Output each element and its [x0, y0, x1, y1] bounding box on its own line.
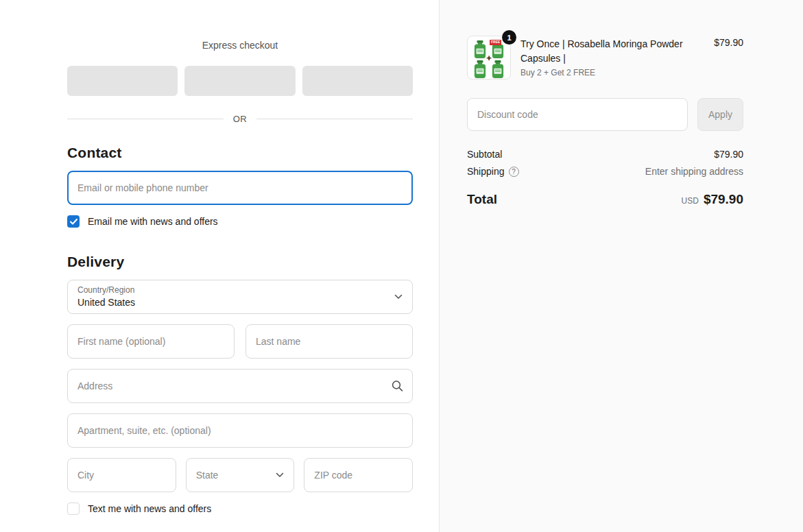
shipping-help-icon[interactable]: ?	[509, 167, 519, 177]
email-newsletter-row: Email me with news and offers	[67, 215, 413, 228]
quantity-badge: 1	[502, 30, 516, 45]
country-region-label: Country/Region	[77, 285, 403, 295]
search-icon	[392, 380, 403, 392]
contact-heading: Contact	[67, 145, 413, 161]
chevron-down-icon	[394, 294, 403, 300]
bottle-image-free: FREE	[490, 40, 506, 59]
product-variant: Buy 2 + Get 2 FREE	[520, 68, 708, 77]
apartment-field-wrap	[67, 413, 413, 448]
cart-line-item: FREE + 1 Try Once | Rosabella	[467, 36, 743, 80]
name-fields-row	[67, 324, 413, 359]
country-region-select[interactable]: Country/Region United States	[67, 280, 413, 314]
sms-newsletter-label[interactable]: Text me with news and offers	[88, 503, 211, 514]
subtotal-value: $79.90	[714, 149, 743, 160]
express-wallet-button-1[interactable]	[67, 66, 178, 96]
plus-icon: +	[486, 53, 492, 63]
express-checkout-buttons	[67, 66, 413, 96]
divider-line	[256, 119, 413, 119]
or-divider: OR	[67, 114, 413, 124]
total-value: $79.90	[704, 192, 743, 207]
delivery-heading: Delivery	[67, 254, 413, 270]
sms-newsletter-checkbox[interactable]	[67, 503, 80, 515]
currency-code: USD	[682, 196, 699, 206]
checkout-page: Express checkout OR Contact Email	[0, 0, 803, 532]
email-newsletter-label[interactable]: Email me with news and offers	[88, 216, 218, 227]
bottle-image	[490, 60, 506, 79]
total-label: Total	[467, 192, 497, 207]
product-price: $79.90	[714, 36, 743, 48]
sms-newsletter-row: Text me with news and offers	[67, 503, 413, 515]
state-select-placeholder: State	[196, 470, 219, 481]
last-name-input[interactable]	[245, 324, 413, 359]
city-state-zip-row: State	[67, 458, 413, 492]
zip-code-input[interactable]	[304, 458, 413, 492]
apartment-input[interactable]	[67, 413, 413, 448]
first-name-input[interactable]	[67, 324, 235, 359]
express-wallet-button-2[interactable]	[184, 66, 295, 96]
subtotal-label: Subtotal	[467, 149, 502, 160]
shipping-value: Enter shipping address	[645, 166, 743, 177]
divider-line	[67, 119, 224, 119]
shipping-row: Shipping ? Enter shipping address	[467, 166, 743, 177]
address-field-wrap	[67, 369, 413, 403]
cost-summary: Subtotal $79.90 Shipping ? Enter shippin…	[467, 149, 743, 207]
product-title: Try Once | Rosabella Moringa Powder Caps…	[520, 37, 685, 66]
subtotal-row: Subtotal $79.90	[467, 149, 743, 160]
address-input[interactable]	[67, 369, 413, 403]
discount-code-row: Apply	[467, 98, 743, 131]
country-region-value: United States	[77, 295, 403, 309]
express-checkout-label: Express checkout	[67, 40, 413, 51]
shipping-label: Shipping	[467, 166, 505, 177]
chevron-down-icon	[276, 472, 284, 478]
discount-code-input[interactable]	[467, 98, 688, 131]
product-thumbnail-wrap: FREE + 1	[467, 36, 511, 80]
product-details: Try Once | Rosabella Moringa Powder Caps…	[511, 36, 708, 77]
apply-discount-button[interactable]: Apply	[697, 98, 743, 131]
checkout-form-pane: Express checkout OR Contact Email	[0, 0, 439, 532]
city-input[interactable]	[67, 458, 176, 492]
checkmark-icon	[70, 219, 77, 225]
order-summary-pane: FREE + 1 Try Once | Rosabella	[439, 0, 803, 532]
free-badge: FREE	[490, 40, 501, 45]
email-or-phone-input[interactable]	[67, 171, 413, 205]
total-row: Total USD $79.90	[467, 192, 743, 207]
email-newsletter-checkbox[interactable]	[67, 215, 80, 228]
state-select[interactable]: State	[186, 458, 295, 492]
express-wallet-button-3[interactable]	[302, 66, 413, 96]
checkout-form-column: Express checkout OR Contact Email	[67, 40, 413, 515]
order-summary-content: FREE + 1 Try Once | Rosabella	[467, 36, 743, 207]
or-divider-label: OR	[233, 114, 248, 124]
bottle-image	[472, 60, 488, 79]
